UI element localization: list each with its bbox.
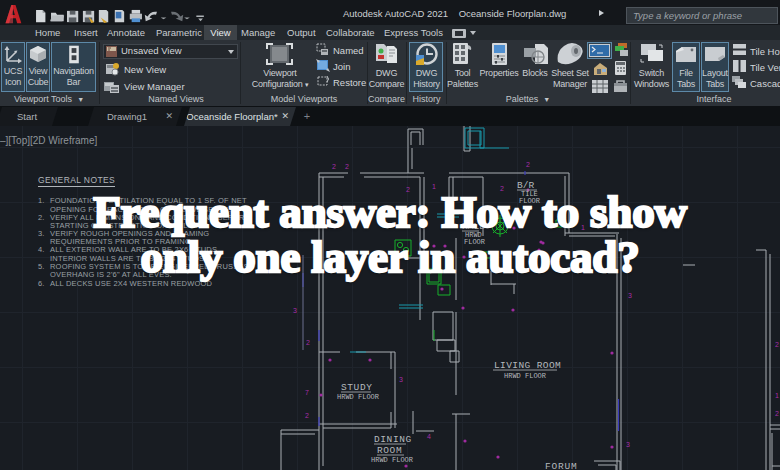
svg-text:HRWD FLOOR: HRWD FLOOR — [371, 456, 414, 464]
svg-text:3: 3 — [293, 307, 297, 314]
svg-text:2: 2 — [332, 163, 336, 170]
svg-text:2: 2 — [345, 163, 349, 170]
svg-text:STUDY: STUDY — [341, 382, 373, 393]
svg-text:FORUM: FORUM — [545, 461, 578, 470]
svg-text:HRWD FLOOR: HRWD FLOOR — [337, 393, 380, 401]
svg-text:HRWD FLOOR: HRWD FLOOR — [504, 372, 547, 380]
svg-text:4: 4 — [427, 433, 431, 440]
svg-text:1: 1 — [775, 392, 779, 399]
svg-text:2: 2 — [526, 161, 530, 168]
svg-text:2: 2 — [306, 339, 310, 346]
svg-text:DINING: DINING — [374, 434, 412, 445]
svg-text:3: 3 — [399, 376, 403, 383]
svg-text:3: 3 — [628, 292, 632, 299]
svg-text:2: 2 — [305, 412, 309, 419]
svg-text:LIVING ROOM: LIVING ROOM — [494, 360, 561, 371]
svg-text:7: 7 — [305, 389, 309, 396]
svg-text:ROOM: ROOM — [377, 445, 402, 456]
svg-text:2: 2 — [775, 410, 779, 417]
svg-text:3: 3 — [626, 441, 630, 448]
svg-text:2: 2 — [775, 341, 779, 348]
